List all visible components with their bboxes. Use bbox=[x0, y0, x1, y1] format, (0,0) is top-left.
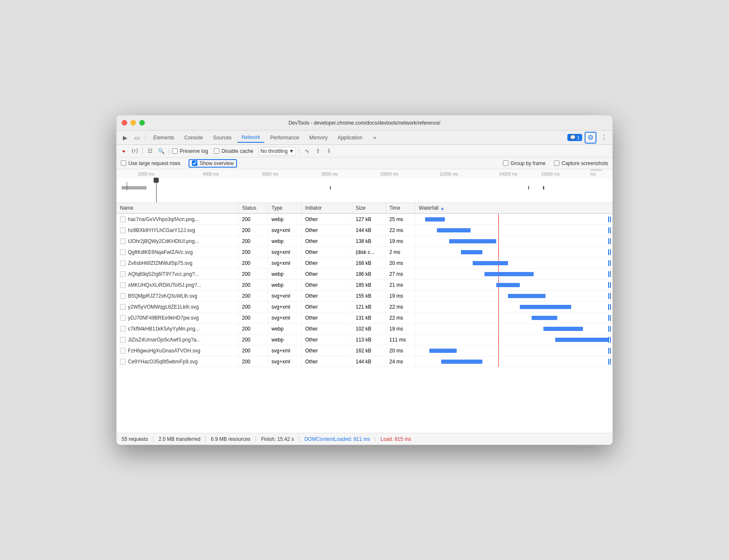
cell-initiator: Other bbox=[302, 214, 352, 224]
table-row[interactable]: B5QMjpRJZ72xKQ3uWLlh.svg 200 svg+xml Oth… bbox=[117, 291, 612, 301]
table-row[interactable]: tJOhr2jBQWy2CdKHDlUI.png... 200 webp Oth… bbox=[117, 236, 612, 247]
cell-initiator: Other bbox=[302, 280, 352, 290]
device-icon[interactable]: ▭ bbox=[132, 133, 142, 143]
red-line bbox=[498, 312, 499, 323]
group-by-frame-label[interactable]: Group by frame bbox=[503, 160, 545, 166]
capture-screenshots-checkbox[interactable] bbox=[554, 160, 559, 166]
col-size[interactable]: Size bbox=[352, 203, 386, 213]
group-by-frame-checkbox[interactable] bbox=[503, 160, 508, 166]
cell-type: svg+xml bbox=[268, 247, 302, 257]
capture-screenshots-label[interactable]: Capture screenshots bbox=[554, 160, 608, 166]
search-button[interactable]: 🔍 bbox=[157, 147, 166, 156]
col-name[interactable]: Name bbox=[117, 203, 239, 213]
disable-cache-checkbox[interactable] bbox=[214, 148, 219, 154]
group-by-frame-text: Group by frame bbox=[511, 160, 545, 166]
file-icon bbox=[120, 282, 126, 288]
col-waterfall[interactable]: Waterfall ▲ bbox=[415, 203, 612, 213]
clear-button[interactable]: ⒭ bbox=[130, 147, 139, 156]
maximize-button[interactable] bbox=[139, 120, 145, 125]
table-row[interactable]: AQfq69qS2Ig6IT9Y7vcc.png?... 200 webp Ot… bbox=[117, 269, 612, 280]
minimize-button[interactable] bbox=[130, 120, 136, 125]
tab-elements[interactable]: Elements bbox=[149, 133, 178, 142]
tab-performance[interactable]: Performance bbox=[266, 133, 303, 142]
cell-initiator: Other bbox=[302, 225, 352, 235]
tab-network[interactable]: Network bbox=[237, 133, 264, 143]
waterfall-bracket bbox=[608, 238, 611, 244]
tab-more-button[interactable]: » bbox=[369, 133, 380, 142]
cell-initiator: Other bbox=[302, 301, 352, 312]
sort-arrow: ▲ bbox=[440, 206, 444, 211]
network-toolbar: ● ⒭ ☷ 🔍 Preserve log Disable cache No th… bbox=[117, 145, 612, 157]
cell-waterfall bbox=[415, 247, 612, 257]
file-name: hac7na/GxVVhpo3q/fAcn.png... bbox=[128, 216, 199, 222]
table-row[interactable]: hz8BXb9YIYLhCGarY12J.svg 200 svg+xml Oth… bbox=[117, 225, 612, 236]
cell-status: 200 bbox=[239, 258, 268, 268]
cell-type: svg+xml bbox=[268, 225, 302, 235]
cell-size: 168 kB bbox=[352, 258, 386, 268]
chat-badge[interactable]: 💬 1 bbox=[567, 134, 582, 141]
timeline-bar-right1 bbox=[528, 186, 529, 189]
throttle-selector[interactable]: No throttling ▼ bbox=[258, 147, 296, 155]
preserve-log-text: Preserve log bbox=[180, 148, 208, 154]
red-line bbox=[498, 214, 499, 224]
col-type[interactable]: Type bbox=[268, 203, 302, 213]
table-row[interactable]: FzH6gwuHgXuGnasATVOH.svg 200 svg+xml Oth… bbox=[117, 345, 612, 356]
window-controls[interactable] bbox=[122, 120, 145, 125]
file-icon bbox=[120, 260, 126, 266]
table-row[interactable]: y2W5yVOMWqgL8ZE1Lklh.svg 200 svg+xml Oth… bbox=[117, 301, 612, 312]
show-overview-label[interactable]: Show overview bbox=[192, 160, 234, 166]
more-options-button[interactable]: ⋮ bbox=[599, 133, 609, 143]
large-rows-label[interactable]: Use large request rows bbox=[121, 160, 180, 166]
table-row[interactable]: yDJ70NF49BREe9kHD7pw.svg 200 svg+xml Oth… bbox=[117, 312, 612, 323]
tab-memory[interactable]: Memory bbox=[305, 133, 332, 142]
waterfall-bracket bbox=[608, 271, 611, 277]
file-name: tJOhr2jBQWy2CdKHDlUI.png... bbox=[128, 238, 199, 244]
cell-size: 144 kB bbox=[352, 356, 386, 367]
timeline-handle-left[interactable] bbox=[154, 178, 159, 183]
wifi-icon[interactable]: ∿ bbox=[302, 147, 311, 156]
waterfall-bar bbox=[473, 261, 508, 265]
filter-button[interactable]: ☷ bbox=[146, 147, 155, 156]
disable-cache-label[interactable]: Disable cache bbox=[214, 148, 253, 154]
large-rows-checkbox[interactable] bbox=[121, 160, 126, 166]
table-row[interactable]: QgftKdlKE6NqaFwlZAVc.svg 200 svg+xml Oth… bbox=[117, 247, 612, 258]
tab-sources[interactable]: Sources bbox=[209, 133, 236, 142]
waterfall-bracket bbox=[608, 216, 611, 222]
file-name: AQfq69qS2Ig6IT9Y7vcc.png?... bbox=[128, 271, 199, 277]
cell-status: 200 bbox=[239, 334, 268, 345]
cell-waterfall bbox=[415, 301, 612, 312]
preserve-log-label[interactable]: Preserve log bbox=[172, 148, 208, 154]
col-initiator[interactable]: Initiator bbox=[302, 203, 352, 213]
cell-size: 162 kB bbox=[352, 345, 386, 356]
table-row[interactable]: c7kf94kHB11kK5AyYyMn.png... 200 webp Oth… bbox=[117, 323, 612, 334]
download-icon[interactable]: ⇩ bbox=[324, 147, 333, 156]
chat-count: 1 bbox=[577, 135, 580, 140]
table-row[interactable]: Zv6sbHi6fZfZMWufSp75.svg 200 svg+xml Oth… bbox=[117, 258, 612, 269]
table-row[interactable]: Ce9YHacO35q8t5wbmFp9.svg 200 svg+xml Oth… bbox=[117, 356, 612, 367]
col-time[interactable]: Time bbox=[386, 203, 415, 213]
col-status[interactable]: Status bbox=[239, 203, 268, 213]
file-icon bbox=[120, 293, 126, 299]
tab-console[interactable]: Console bbox=[180, 133, 207, 142]
cell-name: hz8BXb9YIYLhCGarY12J.svg bbox=[117, 225, 239, 235]
close-button[interactable] bbox=[122, 120, 127, 125]
cursor-icon[interactable]: ▶ bbox=[120, 133, 130, 143]
preserve-log-checkbox[interactable] bbox=[172, 148, 178, 154]
red-line bbox=[498, 247, 499, 257]
tab-application[interactable]: Application bbox=[333, 133, 367, 142]
file-name: y2W5yVOMWqgL8ZE1Lklh.svg bbox=[128, 304, 199, 310]
record-button[interactable]: ● bbox=[119, 147, 128, 156]
cell-status: 200 bbox=[239, 323, 268, 334]
cell-time: 2 ms bbox=[386, 247, 415, 257]
table-row[interactable]: hac7na/GxVVhpo3q/fAcn.png... 200 webp Ot… bbox=[117, 214, 612, 225]
file-icon bbox=[120, 227, 126, 233]
table-row[interactable]: JiZisZ4UmarOjo5cAwf3.png?a... 200 webp O… bbox=[117, 334, 612, 345]
timeline-content[interactable] bbox=[117, 178, 612, 203]
show-overview-checkbox[interactable] bbox=[192, 160, 197, 166]
settings-button[interactable]: ⚙ bbox=[585, 132, 596, 144]
file-icon bbox=[120, 359, 126, 365]
cell-type: webp bbox=[268, 323, 302, 334]
table-row[interactable]: xMKUHQxXLiRDiiUToI5J.png?... 200 webp Ot… bbox=[117, 280, 612, 291]
cell-type: svg+xml bbox=[268, 301, 302, 312]
upload-icon[interactable]: ⇧ bbox=[313, 147, 322, 156]
